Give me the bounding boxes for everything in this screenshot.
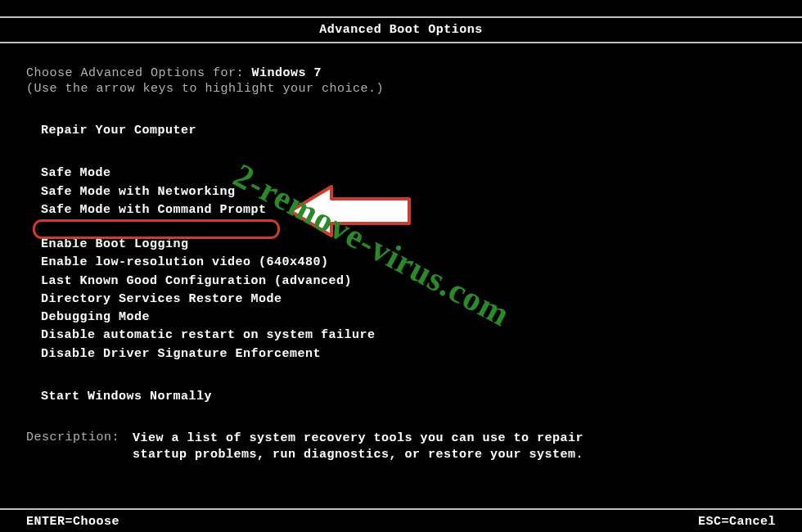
boot-menu: Repair Your Computer Safe Mode Safe Mode… bbox=[26, 122, 776, 406]
menu-repair-computer[interactable]: Repair Your Computer bbox=[41, 122, 776, 140]
menu-low-res-video[interactable]: Enable low-resolution video (640x480) bbox=[41, 254, 776, 272]
footer-enter: ENTER=Choose bbox=[26, 515, 119, 529]
footer-esc: ESC=Cancel bbox=[698, 515, 776, 529]
menu-ds-restore[interactable]: Directory Services Restore Mode bbox=[41, 291, 776, 309]
menu-boot-logging[interactable]: Enable Boot Logging bbox=[41, 236, 776, 254]
menu-safe-mode-cmd[interactable]: Safe Mode with Command Prompt bbox=[41, 201, 776, 219]
description-text: View a list of system recovery tools you… bbox=[133, 431, 583, 464]
menu-last-known-good[interactable]: Last Known Good Configuration (advanced) bbox=[41, 273, 776, 291]
description-section: Description: View a list of system recov… bbox=[26, 431, 776, 464]
menu-safe-mode-networking[interactable]: Safe Mode with Networking bbox=[41, 183, 776, 201]
choose-line: Choose Advanced Options for: Windows 7 bbox=[26, 66, 776, 80]
description-line1: View a list of system recovery tools you… bbox=[133, 431, 583, 447]
content-area: Choose Advanced Options for: Windows 7 (… bbox=[0, 43, 802, 464]
description-line2: startup problems, run diagnostics, or re… bbox=[133, 447, 583, 463]
menu-start-normally[interactable]: Start Windows Normally bbox=[41, 388, 776, 406]
menu-debugging[interactable]: Debugging Mode bbox=[41, 309, 776, 327]
menu-safe-mode[interactable]: Safe Mode bbox=[41, 165, 776, 183]
menu-disable-driver-sig[interactable]: Disable Driver Signature Enforcement bbox=[41, 345, 776, 363]
os-name: Windows 7 bbox=[252, 66, 322, 80]
footer-bar: ENTER=Choose ESC=Cancel bbox=[0, 508, 802, 532]
description-label: Description: bbox=[26, 431, 133, 464]
choose-prefix: Choose Advanced Options for: bbox=[26, 66, 252, 80]
menu-disable-auto-restart[interactable]: Disable automatic restart on system fail… bbox=[41, 327, 776, 345]
arrow-key-hint: (Use the arrow keys to highlight your ch… bbox=[26, 82, 776, 96]
title-bar: Advanced Boot Options bbox=[0, 16, 802, 43]
page-title: Advanced Boot Options bbox=[319, 23, 483, 37]
